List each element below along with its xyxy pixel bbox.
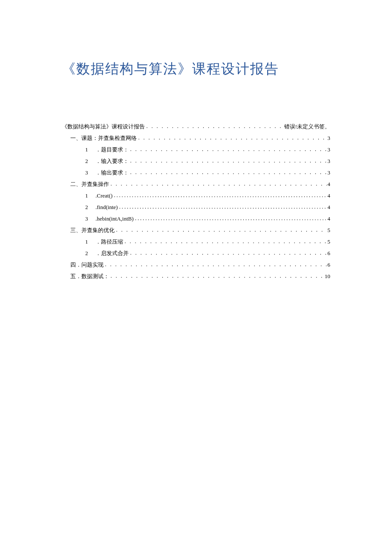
toc-entry: 1.Creat()...............................… [62, 190, 330, 201]
table-of-contents: 《数据结构与算法》课程设计报告. . . . . . . . . . . . .… [62, 121, 330, 282]
toc-entry-label: 《数据结构与算法》课程设计报告 [62, 121, 145, 132]
toc-entry-page: 3 [328, 144, 331, 155]
toc-entry: 《数据结构与算法》课程设计报告. . . . . . . . . . . . .… [62, 121, 330, 132]
toc-entry: 二、并查集操作. . . . . . . . . . . . . . . . .… [62, 179, 330, 190]
toc-entry-page: 6 [328, 248, 331, 259]
toc-leader-dots: ........................................… [112, 192, 327, 200]
toc-entry-number: 1 [85, 190, 93, 201]
toc-entry-label: 课题：并查集检查网络 [81, 133, 137, 144]
toc-entry: 3．输出要求：. . . . . . . . . . . . . . . . .… [62, 167, 330, 178]
toc-entry-page: 3 [328, 133, 331, 144]
toc-leader-dots: . . . . . . . . . . . . . . . . . . . . … [129, 249, 328, 258]
toc-entry: 四．问题实现. . . . . . . . . . . . . . . . . … [62, 259, 330, 270]
toc-leader-dots: . . . . . . . . . . . . . . . . . . . . … [109, 272, 325, 281]
document-title: 《数据结构与算法》课程设计报告 [62, 60, 330, 78]
toc-entry-number: 1 [85, 236, 93, 247]
toc-leader-dots: . . . . . . . . . . . . . . . . . . . . … [129, 145, 328, 154]
toc-leader-dots: . . . . . . . . . . . . . . . . . . . . … [123, 238, 328, 246]
toc-entry: 三、并查集的优化. . . . . . . . . . . . . . . . … [62, 225, 330, 236]
toc-entry: 1．题目要求：. . . . . . . . . . . . . . . . .… [62, 144, 330, 155]
toc-entry-number: 2 [85, 202, 93, 213]
toc-entry-page: 3 [328, 156, 331, 167]
toc-entry-number: 1 [85, 144, 93, 155]
toc-entry-label: ．输出要求： [95, 167, 129, 178]
toc-entry-label: .find(inte) [95, 202, 118, 213]
toc-entry-label: ．路径压缩 [95, 236, 123, 247]
toc-leader-dots: . . . . . . . . . . . . . . . . . . . . … [129, 169, 328, 177]
toc-entry: 2.find(inte)............................… [62, 202, 330, 213]
toc-leader-dots: . . . . . . . . . . . . . . . . . . . . … [145, 122, 284, 131]
toc-entry: 1．路径压缩. . . . . . . . . . . . . . . . . … [62, 236, 330, 247]
toc-leader-dots: . . . . . . . . . . . . . . . . . . . . … [115, 226, 328, 235]
toc-entry-number: 一、 [70, 133, 81, 144]
toc-entry-page: 4 [328, 179, 331, 190]
toc-entry-number: 3 [85, 213, 93, 224]
toc-entry-page: 4 [328, 190, 331, 201]
toc-leader-dots: ........................................… [134, 215, 328, 223]
toc-entry-number: 2 [85, 156, 93, 167]
toc-entry-page: 3 [328, 167, 331, 178]
toc-entry-label: .Creat() [95, 190, 112, 201]
toc-entry-label: ．数据测试： [76, 271, 109, 282]
toc-entry-number: 三、 [70, 225, 81, 236]
toc-entry-number: 二、 [70, 179, 81, 190]
toc-entry-page: 5 [328, 236, 331, 247]
toc-leader-dots: . . . . . . . . . . . . . . . . . . . . … [104, 261, 328, 269]
toc-leader-dots: . . . . . . . . . . . . . . . . . . . . … [137, 134, 328, 142]
toc-entry-number: 四 [70, 259, 76, 270]
toc-entry-page: 4 [328, 202, 331, 213]
toc-entry-page: 10 [325, 271, 330, 282]
toc-entry: 2．输入要求：. . . . . . . . . . . . . . . . .… [62, 156, 330, 167]
toc-entry-label: ．问题实现 [76, 259, 104, 270]
toc-leader-dots: . . . . . . . . . . . . . . . . . . . . … [129, 157, 328, 166]
toc-entry: 2．启发式合并. . . . . . . . . . . . . . . . .… [62, 248, 330, 259]
toc-entry: 五．数据测试：. . . . . . . . . . . . . . . . .… [62, 271, 330, 282]
toc-entry-page: 5 [328, 225, 331, 236]
toc-entry: 一、课题：并查集检查网络. . . . . . . . . . . . . . … [62, 133, 330, 144]
toc-leader-dots: ........................................… [118, 203, 327, 212]
toc-entry-label: 并查集操作 [81, 179, 109, 190]
toc-entry-number: 3 [85, 167, 93, 178]
toc-entry-label: ．启发式合并 [95, 248, 129, 259]
toc-entry-label: 并查集的优化 [81, 225, 115, 236]
toc-entry-page: 6 [328, 259, 331, 270]
toc-entry-label: ．输入要求： [95, 156, 129, 167]
toc-entry: 3.hebin(intA,intB)......................… [62, 213, 330, 224]
toc-entry-number: 2 [85, 248, 93, 259]
toc-entry-number: 五 [70, 271, 76, 282]
toc-entry-page: 错误!未定义书签。 [284, 121, 330, 132]
toc-entry-label: .hebin(intA,intB) [95, 213, 134, 224]
toc-leader-dots: . . . . . . . . . . . . . . . . . . . . … [109, 180, 328, 189]
toc-entry-page: 4 [328, 213, 331, 224]
toc-entry-label: ．题目要求： [95, 144, 129, 155]
